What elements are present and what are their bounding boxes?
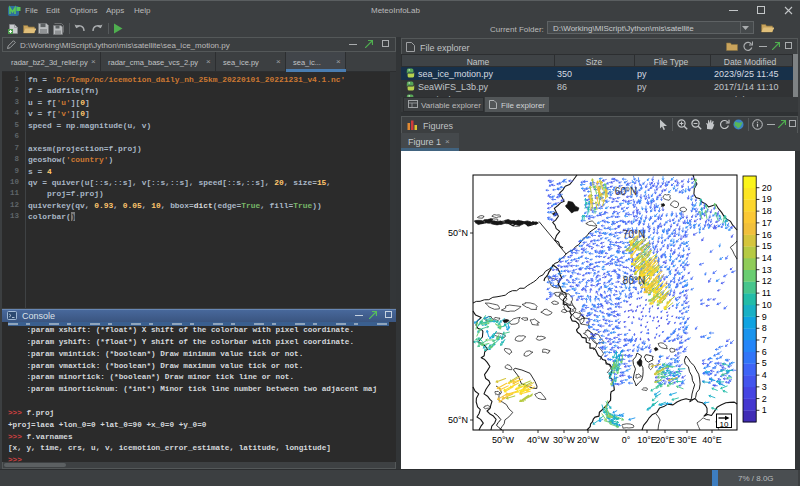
svg-text:4: 4 [762,370,767,380]
svg-text:11: 11 [762,288,771,298]
svg-text:20°W: 20°W [577,435,600,445]
svg-text:12: 12 [762,276,772,286]
svg-text:9: 9 [762,312,767,322]
svg-text:50°W: 50°W [492,435,515,445]
svg-text:30°E: 30°E [677,435,697,445]
svg-text:80°N: 80°N [623,275,645,286]
svg-text:19: 19 [762,194,772,204]
svg-text:50°N: 50°N [448,228,468,238]
svg-text:16: 16 [762,230,772,240]
svg-text:15: 15 [762,241,772,251]
svg-text:30°W: 30°W [553,435,576,445]
svg-text:10°E: 10°E [637,435,657,445]
svg-text:40°E: 40°E [702,435,722,445]
svg-text:0°: 0° [622,435,631,445]
svg-text:20: 20 [762,183,772,193]
svg-text:70°N: 70°N [623,229,645,240]
svg-text:18: 18 [762,206,772,216]
svg-text:6: 6 [762,347,767,357]
svg-text:5: 5 [762,358,767,368]
svg-text:3: 3 [762,382,767,392]
svg-text:8: 8 [762,323,767,333]
svg-text:10: 10 [720,420,729,429]
svg-text:17: 17 [762,218,772,228]
svg-text:7: 7 [762,335,767,345]
svg-text:2: 2 [762,394,767,404]
svg-text:60°N: 60°N [615,186,637,197]
svg-text:20°E: 20°E [655,435,675,445]
svg-text:13: 13 [762,265,772,275]
svg-text:10: 10 [762,300,772,310]
svg-text:40°W: 40°W [527,435,550,445]
svg-text:50°N: 50°N [448,415,468,425]
svg-text:14: 14 [762,253,772,263]
svg-text:1: 1 [762,405,767,415]
